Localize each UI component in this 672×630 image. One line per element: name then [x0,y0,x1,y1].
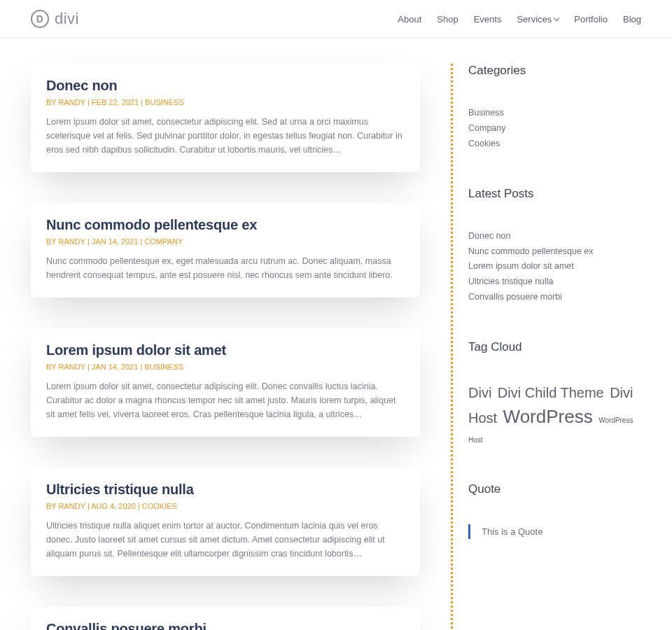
meta-author[interactable]: RANDY [59,98,85,106]
nav-portfolio[interactable]: Portfolio [574,14,608,24]
post-title[interactable]: Donec non [46,78,405,94]
post-excerpt: Nunc commodo pellentesque ex, eget males… [46,254,405,282]
categories-title: Categories [468,64,641,78]
quote-title: Quote [468,482,641,496]
meta-author[interactable]: RANDY [59,237,85,246]
latest-post-item[interactable]: Lorem ipsum dolor sit amet [468,259,641,274]
meta-category[interactable]: COOKIES [142,502,177,510]
tag-link[interactable]: Divi [468,385,491,400]
widget-quote: Quote This is a Quote [468,482,641,539]
nav-services-label: Services [517,14,552,24]
meta-author[interactable]: RANDY [59,363,85,371]
meta-by: BY [46,502,56,510]
meta-by: BY [46,237,56,246]
post-card: Donec nonBY RANDY | FEB 22, 2021 | BUSIN… [31,64,420,172]
tag-cloud: Divi Divi Child Theme Divi Host WordPres… [468,382,641,447]
page-body: Donec nonBY RANDY | FEB 22, 2021 | BUSIN… [0,38,672,630]
nav-shop[interactable]: Shop [437,14,458,24]
sidebar: Categories BusinessCompanyCookies Latest… [451,64,641,630]
main-nav: About Shop Events Services Portfolio Blo… [398,14,641,24]
tag-link[interactable]: WordPress [503,406,593,427]
meta-date: FEB 22, 2021 [92,98,139,106]
latest-post-item[interactable]: Convallis posuere morbi [468,290,641,305]
post-card: Ultricies tristique nullaBY RANDY | AUG … [31,468,420,576]
meta-author[interactable]: RANDY [59,502,85,510]
category-item[interactable]: Company [468,121,641,136]
site-header: D divi About Shop Events Services Portfo… [0,0,672,38]
latest-post-item[interactable]: Nunc commodo pellentesque ex [468,244,641,260]
meta-category[interactable]: BUSINESS [144,363,183,371]
post-title[interactable]: Lorem ipsum dolor sit amet [46,342,405,358]
latest-posts-title: Latest Posts [468,187,641,201]
meta-date: AUG 4, 2020 [91,502,136,510]
chevron-down-icon [554,15,559,20]
widget-tag-cloud: Tag Cloud Divi Divi Child Theme Divi Hos… [468,340,641,447]
latest-post-item[interactable]: Ultricies tristique nulla [468,274,641,290]
categories-list: BusinessCompanyCookies [468,106,641,152]
post-title[interactable]: Ultricies tristique nulla [46,482,405,498]
meta-by: BY [46,363,56,371]
meta-date: JAN 14, 2021 [92,237,139,246]
post-title[interactable]: Nunc commodo pellentesque ex [46,217,405,233]
widget-latest-posts: Latest Posts Donec nonNunc commodo pelle… [468,187,641,305]
meta-category[interactable]: BUSINESS [145,98,184,106]
latest-post-item[interactable]: Donec non [468,229,641,244]
post-card: Lorem ipsum dolor sit ametBY RANDY | JAN… [31,328,420,437]
post-list: Donec nonBY RANDY | FEB 22, 2021 | BUSIN… [31,64,420,630]
quote-text: This is a Quote [482,526,542,537]
tag-cloud-title: Tag Cloud [468,340,641,354]
category-item[interactable]: Business [468,106,641,121]
meta-category[interactable]: COMPANY [144,237,183,246]
brand-name: divi [55,10,79,28]
category-item[interactable]: Cookies [468,136,641,152]
post-card: Convallis posuere morbiBY RANDY | MAR 12… [31,607,420,630]
tag-link[interactable]: Divi Child Theme [498,385,604,400]
post-title[interactable]: Convallis posuere morbi [46,621,405,630]
nav-blog[interactable]: Blog [623,14,641,24]
latest-posts-list: Donec nonNunc commodo pellentesque exLor… [468,229,641,305]
widget-categories: Categories BusinessCompanyCookies [468,64,641,152]
post-card: Nunc commodo pellentesque exBY RANDY | J… [31,203,420,298]
meta-by: BY [46,98,56,106]
nav-events[interactable]: Events [474,14,502,24]
meta-date: JAN 14, 2021 [92,363,139,371]
post-excerpt: Lorem ipsum dolor sit amet, consectetur … [46,115,405,157]
post-meta: BY RANDY | JAN 14, 2021 | COMPANY [46,237,405,246]
nav-services[interactable]: Services [517,14,559,24]
post-excerpt: Lorem ipsum dolor sit amet, consectetur … [46,379,405,421]
post-meta: BY RANDY | AUG 4, 2020 | COOKIES [46,502,405,510]
post-meta: BY RANDY | JAN 14, 2021 | BUSINESS [46,363,405,371]
nav-about[interactable]: About [398,14,421,24]
post-meta: BY RANDY | FEB 22, 2021 | BUSINESS [46,98,405,106]
quote-box: This is a Quote [468,524,641,539]
post-excerpt: Ultricies tristique nulla aliquet enim t… [46,519,405,561]
logo-icon: D [31,10,49,28]
brand-logo[interactable]: D divi [31,10,79,28]
